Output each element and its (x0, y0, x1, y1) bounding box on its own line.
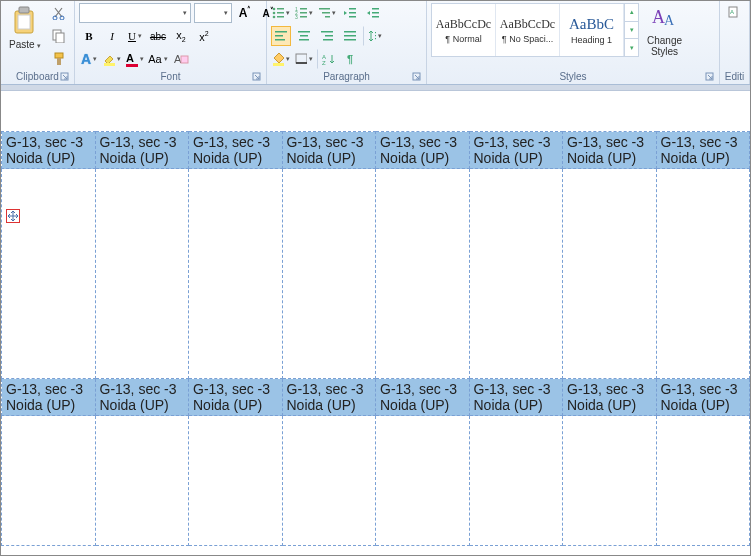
dialog-launcher-icon[interactable] (412, 72, 422, 82)
table-row: G-13, sec -3Noida (UP)G-13, sec -3Noida … (2, 132, 750, 169)
table-cell[interactable]: G-13, sec -3Noida (UP) (376, 132, 470, 169)
table-cell[interactable] (95, 416, 189, 546)
multilevel-list-button[interactable]: ▾ (317, 3, 337, 23)
table-cell[interactable]: G-13, sec -3Noida (UP) (376, 379, 470, 416)
italic-button[interactable]: I (102, 26, 122, 46)
svg-rect-26 (319, 8, 330, 10)
show-hide-button[interactable]: ¶ (340, 49, 360, 69)
style-name: ¶ Normal (445, 34, 481, 44)
table-cell[interactable] (376, 416, 470, 546)
dialog-launcher-icon[interactable] (252, 72, 262, 82)
numbering-button[interactable]: 123▾ (294, 3, 314, 23)
find-button[interactable]: A (724, 3, 744, 23)
table-cell[interactable]: G-13, sec -3Noida (UP) (189, 379, 283, 416)
text-effects-button[interactable]: A▾ (79, 49, 99, 69)
underline-button[interactable]: U▾ (125, 26, 145, 46)
document-table[interactable]: G-13, sec -3Noida (UP)G-13, sec -3Noida … (1, 131, 750, 546)
font-family-combo[interactable]: ▾ (79, 3, 191, 23)
font-color-icon: A (126, 52, 138, 67)
bold-button[interactable]: B (79, 26, 99, 46)
svg-rect-17 (277, 12, 284, 14)
dropdown-arrow-icon: ▾ (224, 9, 228, 17)
align-right-button[interactable] (317, 26, 337, 46)
table-cell[interactable] (563, 416, 657, 546)
document-area[interactable]: G-13, sec -3Noida (UP)G-13, sec -3Noida … (1, 91, 750, 546)
table-cell[interactable]: G-13, sec -3Noida (UP) (95, 132, 189, 169)
table-cell[interactable]: G-13, sec -3Noida (UP) (563, 379, 657, 416)
decrease-indent-button[interactable] (340, 3, 360, 23)
table-cell[interactable] (282, 169, 376, 379)
table-cell[interactable]: G-13, sec -3Noida (UP) (469, 132, 563, 169)
highlight-button[interactable]: ▾ (102, 49, 122, 69)
table-cell[interactable]: G-13, sec -3Noida (UP) (563, 132, 657, 169)
justify-button[interactable] (340, 26, 360, 46)
style-sample: AaBbC (569, 16, 614, 33)
multilevel-icon (318, 7, 330, 19)
cut-button[interactable] (49, 3, 69, 23)
superscript-button[interactable]: x2 (194, 26, 214, 46)
clear-formatting-button[interactable]: A (171, 49, 191, 69)
pilcrow-icon: ¶ (347, 53, 353, 65)
table-cell[interactable] (563, 169, 657, 379)
table-cell[interactable]: G-13, sec -3Noida (UP) (95, 379, 189, 416)
change-case-button[interactable]: Aa▾ (148, 49, 168, 69)
table-cell[interactable] (469, 416, 563, 546)
superscript-icon: x2 (199, 30, 208, 43)
shading-button[interactable]: ▾ (271, 49, 291, 69)
svg-rect-40 (299, 39, 309, 41)
dropdown-arrow-icon: ▾ (309, 55, 313, 63)
table-cell[interactable] (95, 169, 189, 379)
table-cell[interactable] (2, 416, 96, 546)
svg-rect-12 (181, 56, 188, 63)
table-cell[interactable]: G-13, sec -3Noida (UP) (282, 379, 376, 416)
table-cell[interactable] (282, 416, 376, 546)
styles-gallery[interactable]: AaBbCcDc ¶ Normal AaBbCcDc ¶ No Spaci...… (431, 3, 639, 57)
svg-rect-48 (375, 35, 376, 36)
table-cell[interactable] (656, 169, 750, 379)
table-cell[interactable] (189, 416, 283, 546)
table-cell[interactable]: G-13, sec -3Noida (UP) (2, 379, 96, 416)
align-center-button[interactable] (294, 26, 314, 46)
table-cell[interactable]: G-13, sec -3Noida (UP) (656, 379, 750, 416)
line-spacing-button[interactable]: ▾ (363, 26, 383, 46)
copy-button[interactable] (49, 26, 69, 46)
font-color-button[interactable]: A▾ (125, 49, 145, 69)
table-cell[interactable]: G-13, sec -3Noida (UP) (656, 132, 750, 169)
font-size-combo[interactable]: ▾ (194, 3, 232, 23)
table-cell[interactable] (189, 169, 283, 379)
table-cell[interactable] (656, 416, 750, 546)
bullets-button[interactable]: ▾ (271, 3, 291, 23)
align-left-button[interactable] (271, 26, 291, 46)
paragraph-group-label: Paragraph (323, 71, 370, 82)
strikethrough-button[interactable]: abc (148, 26, 168, 46)
paste-button[interactable]: Paste▾ (5, 3, 45, 52)
change-styles-button[interactable]: AA Change Styles (643, 3, 686, 59)
grow-font-button[interactable]: A˄ (235, 3, 255, 23)
table-cell[interactable] (376, 169, 470, 379)
table-cell[interactable]: G-13, sec -3Noida (UP) (2, 132, 96, 169)
format-painter-button[interactable] (49, 49, 69, 69)
table-cell[interactable]: G-13, sec -3Noida (UP) (469, 379, 563, 416)
move-icon (8, 211, 18, 221)
table-cell[interactable]: G-13, sec -3Noida (UP) (282, 132, 376, 169)
subscript-button[interactable]: x2 (171, 26, 191, 46)
table-move-handle[interactable] (6, 209, 20, 223)
increase-indent-button[interactable] (363, 3, 383, 23)
table-cell[interactable] (469, 169, 563, 379)
dialog-launcher-icon[interactable] (705, 72, 715, 82)
editing-group-label: Editi (725, 71, 744, 82)
table-cell[interactable] (2, 169, 96, 379)
table-cell[interactable]: G-13, sec -3Noida (UP) (189, 132, 283, 169)
style-normal[interactable]: AaBbCcDc ¶ Normal (432, 4, 496, 56)
style-heading1[interactable]: AaBbC Heading 1 (560, 4, 624, 56)
gallery-scroll[interactable]: ▴ ▾ ▾ (624, 4, 638, 56)
more-icon[interactable]: ▾ (625, 39, 638, 56)
sort-button[interactable]: AZ (317, 49, 337, 69)
align-right-icon (320, 30, 334, 42)
dropdown-arrow-icon: ▾ (93, 55, 97, 63)
chevron-up-icon[interactable]: ▴ (625, 4, 638, 22)
dialog-launcher-icon[interactable] (60, 72, 70, 82)
borders-button[interactable]: ▾ (294, 49, 314, 69)
style-no-spacing[interactable]: AaBbCcDc ¶ No Spaci... (496, 4, 560, 56)
chevron-down-icon[interactable]: ▾ (625, 22, 638, 40)
